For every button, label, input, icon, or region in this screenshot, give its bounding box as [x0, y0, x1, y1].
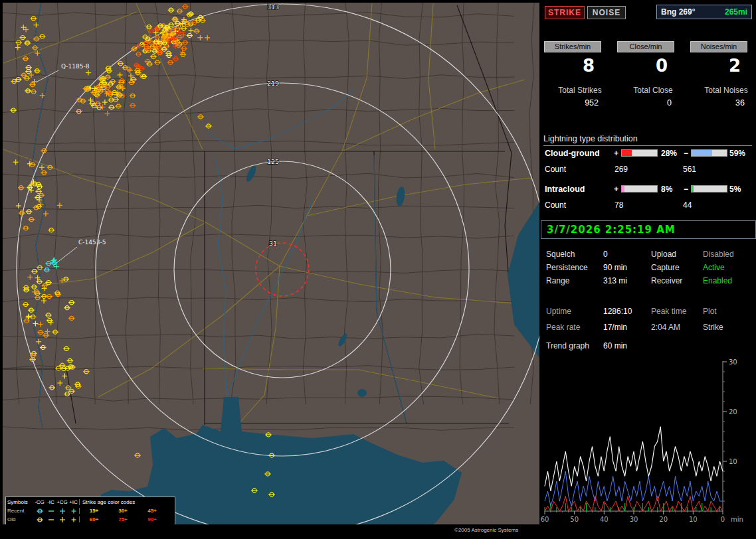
age-code-45: 45+: [138, 508, 167, 514]
x-axis-unit: min: [731, 516, 743, 523]
y-tick-label: 20: [729, 408, 737, 416]
total-close-label: Total Close: [616, 86, 690, 95]
minus-sign: −: [684, 149, 688, 158]
squelch-label: Squelch: [546, 250, 575, 259]
receiver-label: Receiver: [651, 276, 682, 285]
total-noises-value: 36: [690, 98, 747, 108]
ic-plus-bar: [621, 185, 658, 193]
old-neg-ic-icon: [47, 516, 56, 524]
cloud-ground-label: Cloud-ground: [545, 149, 600, 158]
cg-minus-fill: [692, 150, 712, 156]
map-bottom-bar: ©2005 Astrogenic Systems: [3, 524, 539, 536]
y-tick-label: 10: [729, 458, 737, 465]
ic-minus-pct: 5%: [729, 185, 741, 194]
cg-count-label: Count: [545, 165, 566, 174]
bearing-label: Bng 269°: [661, 7, 695, 17]
x-tick-label: 20: [659, 516, 668, 523]
range-ring-label: 313: [267, 3, 279, 11]
nexstorm-window: 31321912531Q-1185-8C-1453-5 Symbols -CG …: [0, 0, 756, 539]
legend-col-nic: -IC: [45, 499, 56, 505]
noises-per-min-value: 2: [690, 56, 747, 76]
recent-neg-ic-icon: [47, 507, 56, 515]
capture-status: Active: [703, 263, 725, 272]
age-code-30: 30+: [108, 508, 138, 514]
persistence-label: Persistence: [546, 263, 588, 272]
age-code-90: 90+: [138, 516, 167, 522]
legend-row-recent: Recent: [7, 508, 34, 514]
range-value: 313 mi: [603, 276, 627, 285]
recent-pos-ic-icon: [69, 507, 78, 515]
upload-status: Disabled: [703, 250, 734, 259]
minus-sign: −: [684, 185, 688, 194]
legend-age-title: Strike age color codes: [79, 499, 167, 505]
uptime-value: 1286:10: [603, 307, 632, 316]
peak-rate-label: Peak rate: [546, 323, 580, 332]
ic-minus-bar: [691, 185, 727, 193]
close-per-min-value: 0: [617, 56, 674, 76]
x-tick-label: 30: [630, 516, 638, 523]
lake: [357, 389, 367, 397]
recent-neg-cg-icon: [35, 507, 45, 515]
ic-plus-count: 78: [614, 200, 623, 210]
age-code-75: 75+: [108, 516, 138, 522]
plot-value: Strike: [703, 323, 723, 332]
ic-plus-fill: [622, 186, 624, 192]
total-strikes-label: Total Strikes: [543, 86, 616, 95]
total-noises-label: Total Noises: [690, 86, 756, 95]
legend-col-pic: +IC: [68, 499, 79, 505]
x-tick-label: 0: [721, 516, 725, 523]
peak-time-value: 2:04 AM: [651, 323, 680, 332]
storm-cell-label: C-1453-5: [78, 239, 106, 246]
noise-mode-button[interactable]: NOISE: [587, 6, 626, 19]
old-pos-ic-icon: [69, 516, 78, 524]
legend-col-ncg: -CG: [34, 499, 45, 505]
age-code-15: 15+: [79, 508, 108, 514]
cg-plus-count: 269: [614, 165, 628, 174]
range-ring-label: 219: [267, 80, 279, 87]
cg-minus-bar: [691, 149, 727, 157]
ic-minus-fill: [692, 186, 694, 192]
noises-per-min-label: Noises/min: [690, 41, 747, 52]
x-tick-label: 60: [541, 516, 549, 523]
lightning-map-svg[interactable]: 31321912531Q-1185-8C-1453-5: [3, 3, 539, 524]
strike-mode-button[interactable]: STRIKE: [545, 6, 585, 19]
strikes-per-min-label: Strikes/min: [544, 41, 601, 52]
x-tick-label: 50: [570, 516, 579, 523]
upload-label: Upload: [651, 250, 676, 259]
legend-col-pcg: +CG: [56, 499, 68, 505]
total-strikes-value: 952: [544, 98, 601, 108]
strike-distance-readout: 265mi: [725, 7, 747, 17]
trend-window-value: 60 min: [603, 341, 627, 350]
ic-count-label: Count: [545, 200, 566, 210]
cg-minus-pct: 59%: [729, 149, 745, 158]
strikes-per-min-value: 8: [544, 56, 601, 76]
range-label: Range: [546, 276, 569, 285]
peak-rate-value: 17/min: [603, 323, 627, 332]
x-tick-label: 40: [600, 516, 609, 523]
age-code-60: 60+: [79, 516, 108, 522]
series-noise-rate-blue: [545, 471, 723, 506]
plot-label: Plot: [703, 307, 717, 316]
range-ring-label: 125: [267, 158, 279, 165]
x-tick-label: 10: [689, 516, 698, 523]
cg-plus-bar: [621, 149, 658, 157]
legend-symbols-title: Symbols: [7, 499, 34, 505]
lightning-map[interactable]: 31321912531Q-1185-8C-1453-5 Symbols -CG …: [3, 3, 539, 536]
intracloud-row: Intracloud + 8% − 5%: [541, 185, 756, 194]
total-close-value: 0: [617, 98, 674, 108]
uptime-label: Uptime: [546, 307, 571, 316]
ic-plus-pct: 8%: [661, 185, 672, 194]
trend-graph-label: Trend graph: [546, 341, 589, 350]
trend-graph: 1020306050403020100min: [541, 357, 755, 535]
plus-sign: +: [614, 149, 618, 158]
cloud-ground-row: Cloud-ground + 28% − 59%: [541, 149, 756, 159]
old-pos-cg-icon: [58, 516, 67, 524]
cg-plus-fill: [622, 150, 632, 156]
close-per-min-label: Close/min: [617, 41, 674, 52]
map-legend: Symbols -CG -IC +CG +IC Strike age color…: [5, 497, 175, 526]
intracloud-label: Intracloud: [545, 185, 585, 194]
datetime-display: 3/7/2026 2:25:19 AM: [541, 220, 756, 239]
status-panel: STRIKE NOISE Bng 269° 265mi Strikes/min …: [541, 0, 756, 539]
cg-minus-count: 561: [683, 165, 696, 174]
bearing-range-readout: Bng 269° 265mi: [656, 5, 752, 19]
